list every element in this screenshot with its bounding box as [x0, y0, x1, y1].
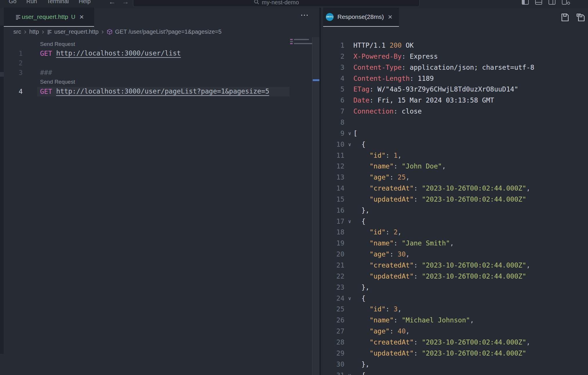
send-request-codelens[interactable]: Send Request	[40, 39, 75, 49]
save-response-icon[interactable]	[561, 13, 569, 23]
fold-chevron-icon[interactable]: ∨	[346, 293, 353, 304]
toggle-panel-icon[interactable]	[535, 0, 542, 5]
request-editor[interactable]: Send Request1GET http://localhost:3000/u…	[0, 37, 289, 375]
fold-chevron-icon[interactable]: ∨	[346, 139, 353, 150]
line-number: 14	[321, 183, 344, 194]
tab-response[interactable]: {REST} Response(28ms) ×	[323, 8, 399, 27]
line-content: },	[353, 205, 369, 216]
response-line: 18 "id": 2,	[321, 227, 588, 238]
line-number: 28	[321, 337, 344, 348]
line-content: "age": 25,	[353, 172, 410, 183]
toggle-secondary-sidebar-icon[interactable]	[548, 0, 556, 5]
fold-chevron-icon[interactable]: ∨	[346, 128, 353, 139]
breadcrumb-src[interactable]: src	[13, 28, 21, 35]
line-content: "id": 3,	[353, 304, 402, 315]
line-content: {	[353, 293, 366, 304]
breadcrumb-http[interactable]: http	[29, 28, 39, 35]
overview-ruler[interactable]	[312, 37, 319, 375]
git-untracked-badge: U	[71, 14, 75, 20]
line-content: "id": 2,	[353, 227, 402, 238]
response-line: 12 "name": "John Doe",	[321, 161, 588, 172]
codelens-row: Send Request	[0, 39, 289, 49]
response-line: 17∨ {	[321, 216, 588, 227]
line-number: 20	[321, 249, 344, 260]
minimap[interactable]	[290, 38, 312, 49]
line-content: {	[353, 139, 366, 150]
response-line: 13 "age": 25,	[321, 172, 588, 183]
breadcrumb-request-symbol[interactable]: GET /user/pageList?page=1&pagesize=5	[115, 28, 222, 35]
breadcrumb-file[interactable]: user_requert.http	[54, 28, 98, 35]
line-content: X-Powered-By: Express	[353, 51, 438, 62]
line-number: 7	[321, 106, 344, 117]
response-editor[interactable]: 1HTTP/1.1 200 OK2X-Powered-By: Express3C…	[321, 27, 588, 375]
breadcrumb-chevron-icon: ›	[101, 28, 104, 35]
line-content: {	[353, 216, 366, 227]
close-icon[interactable]: ×	[79, 13, 84, 21]
toggle-sidebar-icon[interactable]	[522, 0, 529, 5]
codelens-row: Send Request	[0, 77, 289, 87]
line-number: 16	[321, 205, 344, 216]
response-line: 21 "createdAt": "2023-10-26T00:02:44.000…	[321, 260, 588, 271]
response-line: 11 "id": 1,	[321, 150, 588, 161]
cursor-position-mark	[313, 79, 319, 81]
line-content: ETag: W/"4a5-93rZ9y6CHwjL8Td0uzXrO8uuD14…	[353, 84, 518, 95]
editor-group-sash[interactable]	[319, 8, 321, 375]
response-line: 26 "name": "Michael Johnson",	[321, 315, 588, 326]
line-content: [	[353, 128, 357, 139]
send-request-codelens[interactable]: Send Request	[40, 77, 75, 87]
line-number: 2	[321, 51, 344, 62]
more-actions-icon[interactable]: ···	[301, 12, 309, 19]
fold-chevron-icon[interactable]: ∨	[346, 216, 353, 227]
search-placeholder: my-nest-demo	[262, 0, 299, 6]
http-file-icon	[47, 29, 52, 34]
back-arrow-icon[interactable]: ←	[109, 0, 116, 6]
line-content: "name": "Jane Smith",	[353, 238, 454, 249]
line-number: 11	[321, 150, 344, 161]
response-line: 10∨ {	[321, 139, 588, 150]
line-number: 17	[321, 216, 344, 227]
line-number: 15	[321, 194, 344, 205]
line-content: "name": "John Doe",	[353, 161, 446, 172]
breadcrumb-chevron-icon: ›	[42, 28, 44, 35]
response-line: 29 "updatedAt": "2023-10-26T00:02:44.000…	[321, 348, 588, 359]
command-center-search[interactable]: my-nest-demo	[133, 0, 420, 7]
breadcrumb: src › http › user_requert.http › GET /us…	[4, 27, 319, 37]
line-content: Content-Length: 1189	[353, 73, 434, 84]
response-line: 23 },	[321, 282, 588, 293]
activity-bar-edge	[0, 26, 4, 354]
http-file-icon	[15, 14, 21, 20]
line-content: "name": "Michael Johnson",	[353, 315, 474, 326]
tab-user-requert-http[interactable]: user_requert.http U ×	[4, 8, 94, 27]
response-line: 15 "updatedAt": "2023-10-26T00:02:44.000…	[321, 194, 588, 205]
menu-go[interactable]: Go	[9, 0, 17, 5]
line-number: 13	[321, 172, 344, 183]
menu-run[interactable]: Run	[26, 0, 37, 5]
breadcrumb-chevron-icon: ›	[24, 28, 26, 35]
menu-terminal[interactable]: Terminal	[47, 0, 69, 5]
line-number: 29	[321, 348, 344, 359]
customize-layout-icon[interactable]	[562, 0, 570, 5]
save-response-body-icon[interactable]	[576, 13, 586, 23]
line-number: 19	[321, 238, 344, 249]
line-content: Content-Type: application/json; charset=…	[353, 62, 534, 73]
code-line: 3###	[0, 68, 289, 77]
fold-chevron-icon[interactable]: ∨	[346, 370, 353, 375]
line-number: 23	[321, 282, 344, 293]
forward-arrow-icon[interactable]: →	[122, 0, 129, 6]
response-line: 24∨ {	[321, 293, 588, 304]
line-content: Date: Fri, 15 Mar 2024 03:13:58 GMT	[353, 95, 494, 106]
line-content: "id": 1,	[353, 150, 402, 161]
response-line: 6Date: Fri, 15 Mar 2024 03:13:58 GMT	[321, 95, 588, 106]
line-content: "updatedAt": "2023-10-26T00:02:44.000Z"	[353, 194, 526, 205]
close-icon[interactable]: ×	[388, 13, 392, 21]
response-line: 22 "updatedAt": "2023-10-26T00:02:44.000…	[321, 271, 588, 282]
code-line: 4GET http://localhost:3000/user/pageList…	[0, 87, 289, 96]
request-url-link[interactable]: http://localhost:3000/user/list	[56, 49, 181, 58]
menu-help[interactable]: Help	[79, 0, 91, 5]
line-content: GET http://localhost:3000/user/list	[40, 49, 181, 58]
line-content: "age": 40,	[353, 326, 410, 337]
response-line: 19 "name": "Jane Smith",	[321, 238, 588, 249]
line-number: 22	[321, 271, 344, 282]
request-url-link[interactable]: http://localhost:3000/user/pageList?page…	[56, 87, 269, 96]
line-number: 18	[321, 227, 344, 238]
